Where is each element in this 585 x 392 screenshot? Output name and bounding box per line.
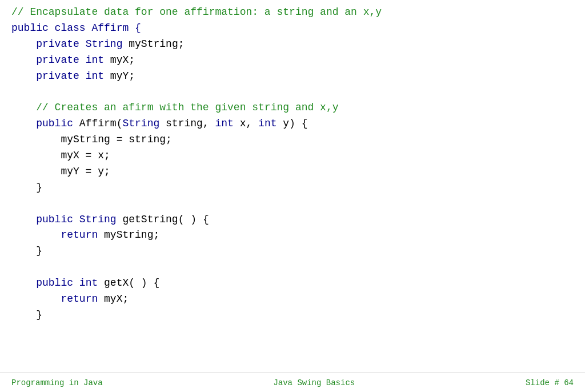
- code-line-12: }: [11, 180, 574, 196]
- footer-right: Slide # 64: [526, 378, 574, 387]
- footer-left: Programming in Java: [11, 378, 103, 387]
- code-line-2: public class Affirm {: [11, 21, 574, 37]
- footer-center: Java Swing Basics: [273, 378, 355, 387]
- code-line-14: public String getString( ) {: [11, 212, 574, 228]
- code-line-8: public Affirm(String string, int x, int …: [11, 116, 574, 132]
- code-line-16: }: [11, 243, 574, 259]
- code-line-5: private int myY;: [11, 69, 574, 85]
- code-line-20: }: [11, 307, 574, 323]
- code-line-blank3: [11, 259, 574, 275]
- code-line-15: return myString;: [11, 227, 574, 243]
- code-line-18: public int getX( ) {: [11, 275, 574, 291]
- code-line-blank1: [11, 84, 574, 100]
- code-line-9: myString = string;: [11, 132, 574, 148]
- code-line-10: myX = x;: [11, 148, 574, 164]
- code-line-1: // Encapsulate data for one affirmation:…: [11, 5, 574, 21]
- code-line-3: private String myString;: [11, 37, 574, 53]
- code-line-7: // Creates an afirm with the given strin…: [11, 100, 574, 116]
- code-line-19: return myX;: [11, 291, 574, 307]
- code-line-11: myY = y;: [11, 164, 574, 180]
- code-line-4: private int myX;: [11, 53, 574, 69]
- footer: Programming in Java Java Swing Basics Sl…: [0, 373, 585, 392]
- code-line-blank2: [11, 196, 574, 212]
- code-block: // Encapsulate data for one affirmation:…: [0, 0, 585, 329]
